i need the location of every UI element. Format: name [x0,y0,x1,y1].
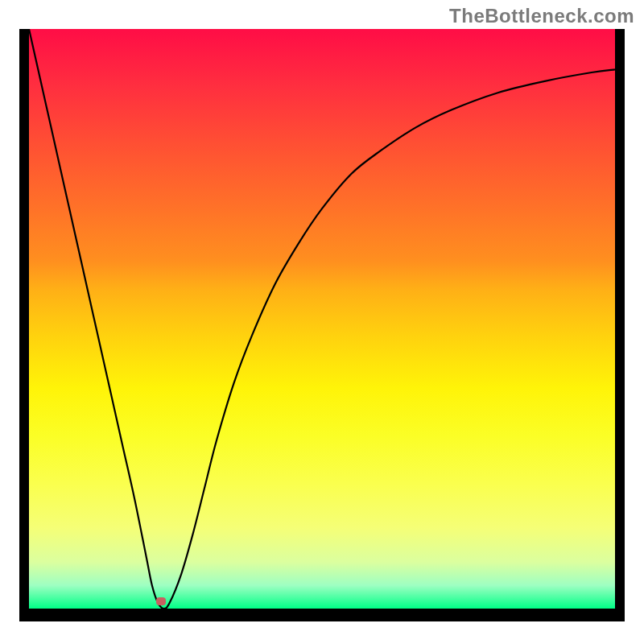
plot-area [29,29,615,609]
curve-path [29,29,615,609]
watermark-text: TheBottleneck.com [449,5,634,27]
plot-border [19,29,625,621]
bottleneck-curve [29,29,615,609]
chart-frame: TheBottleneck.com [0,0,644,644]
optimal-point-marker [156,597,166,605]
